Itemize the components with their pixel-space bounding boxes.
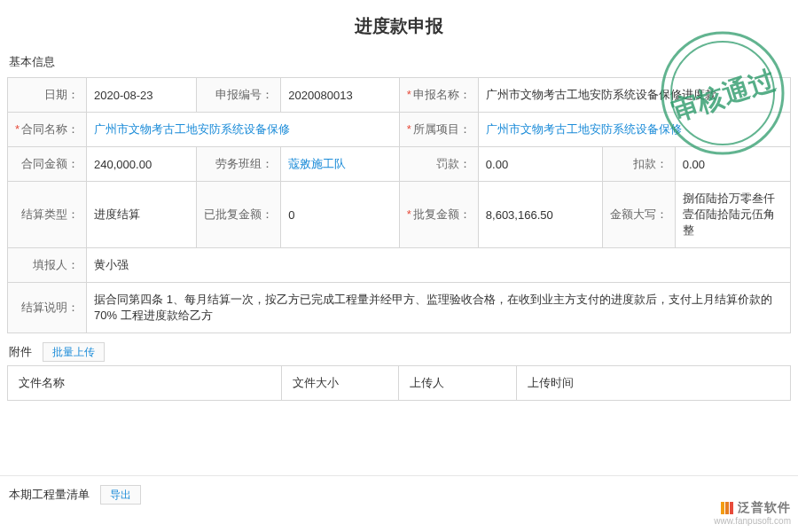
deduction-value: 0.00 [675, 147, 790, 182]
attachments-label: 附件 [9, 345, 32, 358]
labor-team-link[interactable]: 蔻敫施工队 [288, 157, 346, 170]
col-uploader: 上传人 [399, 366, 516, 401]
approved-amount-value: 0 [281, 182, 399, 248]
amount-cn-label: 金额大写： [602, 182, 675, 248]
basic-info-table: 日期： 2020-08-23 申报编号： 2020080013 *申报名称： 广… [7, 77, 791, 333]
reply-amount-label: *批复金额： [399, 182, 478, 248]
attachments-table: 文件名称 文件大小 上传人 上传时间 [7, 365, 791, 401]
watermark-url: www.fanpusoft.com [714, 515, 791, 527]
batch-upload-button[interactable]: 批量上传 [43, 342, 105, 362]
section-basic-info-label: 基本信息 [0, 51, 798, 77]
col-uploadtime: 上传时间 [516, 366, 790, 401]
reporter-value: 黄小强 [87, 248, 791, 283]
approved-amount-label: 已批复金额： [197, 182, 281, 248]
reply-amount-value: 8,603,166.50 [478, 182, 602, 248]
contract-name-link[interactable]: 广州市文物考古工地安防系统设备保修 [94, 122, 290, 136]
settle-desc-value: 据合同第四条 1、每月结算一次，按乙方已完成工程量并经甲方、监理验收合格，在收到… [87, 283, 791, 333]
amount-cn-value: 捌佰陆拾万零叁仟壹佰陆拾陆元伍角整 [675, 182, 790, 248]
labor-team-label: 劳务班组： [197, 147, 281, 182]
report-name-label: *申报名称： [399, 78, 478, 113]
attachments-empty-body [0, 401, 798, 454]
project-label: *所属项目： [399, 113, 478, 147]
page-title: 进度款申报 [0, 0, 798, 51]
quantity-list-label: 本期工程量清单 [9, 488, 90, 501]
penalty-value: 0.00 [478, 147, 602, 182]
quantity-list-header: 本期工程量清单 导出 [0, 475, 798, 508]
watermark-brand: 泛普软件 [738, 500, 791, 514]
date-label: 日期： [8, 78, 87, 113]
watermark: 泛普软件 www.fanpusoft.com [714, 499, 791, 527]
settle-type-value: 进度结算 [87, 182, 197, 248]
settle-desc-label: 结算说明： [8, 283, 87, 333]
col-filename: 文件名称 [8, 366, 282, 401]
penalty-label: 罚款： [399, 147, 478, 182]
reporter-label: 填报人： [8, 248, 87, 283]
export-button[interactable]: 导出 [100, 485, 141, 505]
date-value: 2020-08-23 [87, 78, 197, 113]
contract-amount-label: 合同金额： [8, 147, 87, 182]
col-filesize: 文件大小 [282, 366, 399, 401]
project-link[interactable]: 广州市文物考古工地安防系统设备保修 [486, 122, 682, 136]
attachments-header: 附件 批量上传 [0, 333, 798, 365]
settle-type-label: 结算类型： [8, 182, 87, 248]
report-no-value: 2020080013 [281, 78, 399, 113]
report-no-label: 申报编号： [197, 78, 281, 113]
contract-amount-value: 240,000.00 [87, 147, 197, 182]
deduction-label: 扣款： [602, 147, 675, 182]
report-name-value: 广州市文物考古工地安防系统设备保修进度款 [478, 78, 790, 113]
contract-name-label: *合同名称： [8, 113, 87, 147]
